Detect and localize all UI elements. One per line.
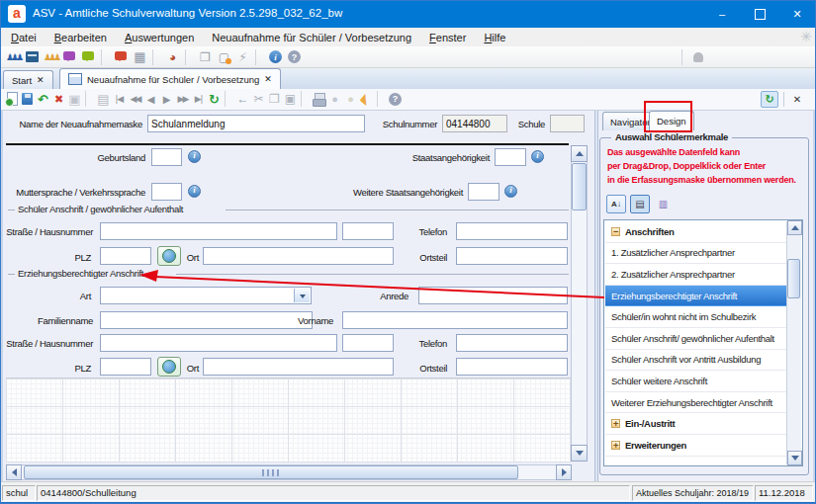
info-icon[interactable] bbox=[188, 150, 201, 163]
refresh-icon[interactable] bbox=[207, 91, 222, 107]
scroll-left-icon[interactable] bbox=[6, 464, 22, 480]
horizontal-scroll-thumb[interactable] bbox=[24, 465, 518, 479]
list-item[interactable]: Schüler Anschrift/ gewöhnlicher Aufentha… bbox=[605, 328, 786, 350]
street-input[interactable] bbox=[100, 222, 337, 240]
scroll-up-icon[interactable] bbox=[787, 220, 802, 235]
save-all-icon[interactable] bbox=[67, 91, 82, 107]
list-item[interactable]: 2. Zusätzlicher Ansprechpartner bbox=[605, 264, 786, 286]
save-record-icon[interactable] bbox=[20, 91, 35, 107]
nav-next-icon[interactable] bbox=[159, 91, 174, 107]
list-group-einaustritt[interactable]: Ein-/Austritt bbox=[605, 413, 786, 435]
last-name-input[interactable] bbox=[100, 311, 313, 329]
first-name-input[interactable] bbox=[342, 311, 568, 329]
info-icon[interactable] bbox=[188, 185, 201, 198]
nav-fast-prev-icon[interactable] bbox=[128, 91, 142, 107]
scroll-right-icon[interactable] bbox=[556, 464, 572, 480]
back-icon[interactable] bbox=[235, 91, 250, 107]
list-item[interactable]: Schüler/in wohnt nicht im Schulbezirk bbox=[605, 306, 786, 328]
bookmark-icon[interactable] bbox=[96, 91, 111, 107]
students-blue-icon[interactable] bbox=[5, 48, 22, 65]
paste-icon[interactable] bbox=[283, 91, 298, 107]
minimize-icon[interactable]: – bbox=[703, 0, 741, 28]
school-field[interactable] bbox=[550, 115, 585, 132]
menu-auswertungen[interactable]: Auswertungen bbox=[116, 32, 203, 43]
info-icon[interactable] bbox=[504, 185, 517, 198]
chat-purple-icon[interactable] bbox=[61, 48, 78, 65]
help-circle-icon[interactable] bbox=[388, 91, 403, 107]
list-item-selected[interactable]: Erziehungsberechtigter Anschrift bbox=[605, 286, 786, 307]
school-window-icon[interactable] bbox=[24, 48, 41, 65]
tab-close-icon[interactable]: ✕ bbox=[264, 74, 272, 84]
zip-input[interactable] bbox=[100, 247, 151, 265]
undo-icon[interactable] bbox=[36, 91, 50, 107]
scroll-down-icon[interactable] bbox=[571, 445, 588, 462]
pie-chart-icon[interactable] bbox=[164, 48, 181, 65]
chat-red-icon[interactable] bbox=[113, 48, 130, 65]
guardian-phone-input[interactable] bbox=[456, 334, 568, 352]
list-scrollbar[interactable] bbox=[786, 221, 801, 464]
guardian-type-select[interactable] bbox=[100, 287, 312, 304]
language-input[interactable] bbox=[151, 183, 182, 201]
close-icon[interactable]: ✕ bbox=[778, 0, 816, 28]
tab-start[interactable]: Start ✕ bbox=[3, 70, 53, 89]
sort-az-icon[interactable] bbox=[606, 195, 626, 213]
collapse-icon[interactable] bbox=[611, 227, 620, 236]
hint-bulb-icon[interactable] bbox=[343, 91, 358, 107]
nav-last-icon[interactable] bbox=[191, 91, 206, 107]
birth-country-input[interactable] bbox=[151, 148, 182, 166]
list-item[interactable]: Schüler weitere Anschrift bbox=[605, 371, 786, 392]
copy-icon[interactable] bbox=[267, 91, 282, 107]
tab-design[interactable]: Design bbox=[649, 111, 694, 130]
new-window-icon[interactable] bbox=[216, 48, 232, 65]
expand-icon[interactable] bbox=[611, 441, 620, 450]
list-scroll-thumb[interactable] bbox=[787, 259, 800, 298]
panel-close-icon[interactable]: ✕ bbox=[788, 91, 806, 108]
list-item[interactable]: 1. Zusätzlicher Ansprechpartner bbox=[605, 243, 786, 265]
print-icon[interactable] bbox=[312, 91, 326, 107]
cut-icon[interactable] bbox=[251, 91, 266, 107]
tab-close-icon[interactable]: ✕ bbox=[37, 75, 45, 85]
list-group-erweiterungen[interactable]: Erweiterungen bbox=[605, 435, 786, 457]
nav-fast-next-icon[interactable] bbox=[175, 91, 190, 107]
city-input[interactable] bbox=[203, 247, 394, 265]
detail-view-icon[interactable] bbox=[655, 196, 672, 212]
globe-lookup-button[interactable] bbox=[157, 357, 181, 377]
chevron-down-icon[interactable] bbox=[294, 289, 310, 302]
list-group-anschriften[interactable]: Anschriften bbox=[605, 221, 786, 243]
delete-record-icon[interactable] bbox=[51, 91, 66, 107]
panel-refresh-icon[interactable]: ↻ bbox=[761, 91, 778, 108]
guardian-city-input[interactable] bbox=[203, 358, 394, 376]
guardian-district-input[interactable] bbox=[456, 358, 568, 376]
menu-datei[interactable]: Datei bbox=[2, 32, 45, 43]
copy-windows-icon[interactable] bbox=[197, 48, 214, 65]
expand-icon[interactable] bbox=[611, 419, 620, 428]
help-circle-icon[interactable] bbox=[286, 48, 303, 65]
salutation-input[interactable] bbox=[418, 287, 568, 304]
tab-neuaufnahme[interactable]: Neuaufnahme für Schüler / Vorbesetzung ✕ bbox=[59, 68, 281, 89]
list-item[interactable]: Weiterer Erziehungsberechtigter Anschrif… bbox=[605, 392, 786, 414]
mask-name-input[interactable] bbox=[147, 115, 365, 132]
maximize-icon[interactable] bbox=[741, 0, 778, 28]
nav-first-icon[interactable] bbox=[112, 91, 127, 107]
nationality-input[interactable] bbox=[495, 148, 526, 166]
scroll-down-icon[interactable] bbox=[787, 451, 802, 465]
info-icon[interactable] bbox=[531, 150, 544, 163]
guardian-zip-input[interactable] bbox=[100, 358, 151, 376]
vertical-scroll-thumb[interactable] bbox=[572, 163, 587, 210]
phone-input[interactable] bbox=[456, 222, 568, 240]
menu-bearbeiten[interactable]: Bearbeiten bbox=[45, 32, 116, 43]
guardian-house-number-input[interactable] bbox=[342, 334, 394, 352]
nav-prev-icon[interactable] bbox=[143, 91, 158, 107]
group-view-icon[interactable] bbox=[630, 195, 650, 213]
lightning-icon[interactable] bbox=[234, 48, 251, 65]
splitter[interactable] bbox=[594, 111, 598, 481]
list-item[interactable]: Schüler Anschrift vor Antritt Ausbildung bbox=[605, 350, 786, 372]
report-icon[interactable] bbox=[132, 48, 148, 65]
menu-hilfe[interactable]: Hilfe bbox=[475, 32, 514, 43]
menu-neuaufnahme[interactable]: Neuaufnahme für Schüler / Vorbesetzung bbox=[203, 32, 420, 43]
house-number-input[interactable] bbox=[342, 222, 394, 240]
bell-icon[interactable] bbox=[359, 91, 374, 107]
scroll-up-icon[interactable] bbox=[571, 145, 588, 162]
students-yellow-icon[interactable] bbox=[43, 48, 59, 65]
new-record-icon[interactable] bbox=[4, 91, 19, 107]
